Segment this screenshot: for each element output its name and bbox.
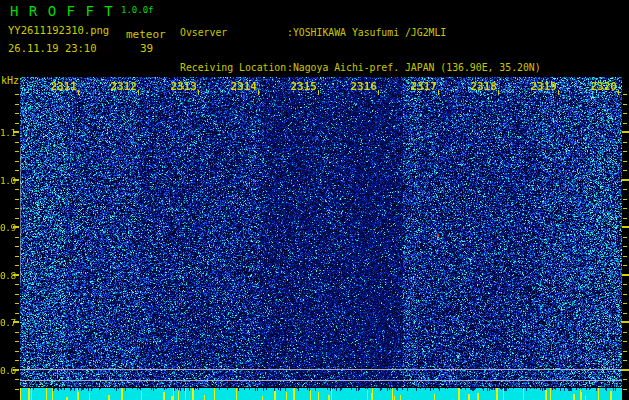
freq-minor-tick-right: [623, 123, 627, 124]
freq-minor-tick-left: [15, 379, 19, 380]
freq-minor-tick-left: [15, 151, 19, 152]
freq-minor-tick-right: [623, 256, 627, 257]
freq-minor-tick-left: [15, 256, 19, 257]
freq-tick-label: 0.9: [0, 222, 13, 233]
signal-level-bar-canvas: [20, 388, 622, 400]
freq-major-tick-left: [13, 226, 19, 228]
freq-minor-tick-left: [15, 303, 19, 304]
freq-minor-tick-left: [15, 170, 19, 171]
freq-minor-tick-right: [623, 94, 627, 95]
time-tick-label: 2311: [49, 80, 77, 93]
freq-minor-tick-right: [623, 218, 627, 219]
freq-minor-tick-right: [623, 294, 627, 295]
time-tick-label: 2318: [469, 80, 497, 93]
freq-tick-label: 0.8: [0, 270, 13, 281]
freq-tick-label: 1.0: [0, 175, 13, 186]
freq-minor-tick-left: [15, 104, 19, 105]
time-tick: [318, 90, 319, 95]
freq-minor-tick-right: [623, 246, 627, 247]
output-filename: YY2611192310.png: [8, 24, 109, 36]
freq-minor-tick-right: [623, 351, 627, 352]
freq-minor-tick-right: [623, 161, 627, 162]
time-tick: [258, 90, 259, 95]
freq-minor-tick-left: [15, 237, 19, 238]
freq-minor-tick-left: [15, 208, 19, 209]
freq-major-tick-right: [622, 131, 629, 133]
echo-count: 39: [140, 42, 153, 55]
spectrogram-canvas: [20, 77, 622, 387]
freq-tick-label: 1.1: [0, 127, 13, 138]
freq-minor-tick-right: [623, 113, 627, 114]
freq-minor-tick-right: [623, 151, 627, 152]
hrofft-window: H R O F F T 1.0.0f YY2611192310.png mete…: [0, 0, 629, 400]
freq-minor-tick-right: [623, 284, 627, 285]
freq-minor-tick-left: [15, 123, 19, 124]
time-tick: [438, 90, 439, 95]
freq-minor-tick-right: [623, 332, 627, 333]
freq-minor-tick-right: [623, 379, 627, 380]
info-label: Ovserver: [180, 27, 287, 39]
freq-minor-tick-left: [15, 265, 19, 266]
time-tick-label: 2316: [349, 80, 377, 93]
time-tick-label: 2314: [229, 80, 257, 93]
time-tick-label: 2312: [109, 80, 137, 93]
freq-minor-tick-left: [15, 284, 19, 285]
time-tick: [618, 90, 619, 95]
time-tick-label: 2319: [529, 80, 557, 93]
freq-minor-tick-right: [623, 199, 627, 200]
capture-datetime: 26.11.19 23:10: [8, 42, 97, 54]
freq-minor-tick-right: [623, 303, 627, 304]
freq-major-tick-right: [622, 274, 629, 276]
freq-minor-tick-right: [623, 237, 627, 238]
freq-minor-tick-left: [15, 341, 19, 342]
freq-major-tick-right: [622, 179, 629, 181]
freq-minor-tick-right: [623, 208, 627, 209]
freq-minor-tick-right: [623, 265, 627, 266]
freq-major-tick-left: [13, 369, 19, 371]
freq-major-tick-left: [13, 321, 19, 323]
freq-minor-tick-right: [623, 389, 627, 390]
freq-minor-tick-left: [15, 360, 19, 361]
freq-major-tick-left: [13, 179, 19, 181]
freq-minor-tick-right: [623, 170, 627, 171]
freq-minor-tick-left: [15, 94, 19, 95]
freq-major-tick-left: [13, 131, 19, 133]
time-tick: [138, 90, 139, 95]
freq-tick-label: 0.7: [0, 317, 13, 328]
info-value: :YOSHIKAWA Yasufumi /JG2MLI: [287, 27, 446, 38]
freq-minor-tick-right: [623, 360, 627, 361]
freq-tick-label: 0.6: [0, 365, 13, 376]
time-tick: [378, 90, 379, 95]
freq-minor-tick-left: [15, 351, 19, 352]
freq-minor-tick-left: [15, 246, 19, 247]
freq-minor-tick-right: [623, 313, 627, 314]
freq-minor-tick-left: [15, 189, 19, 190]
freq-minor-tick-right: [623, 142, 627, 143]
freq-minor-tick-left: [15, 332, 19, 333]
time-tick-label: 2313: [169, 80, 197, 93]
time-tick-label: 2315: [289, 80, 317, 93]
info-value: :Nagoya Aichi-pref. JAPAN (136.90E, 35.2…: [287, 62, 541, 73]
freq-major-tick-right: [622, 321, 629, 323]
freq-minor-tick-left: [15, 389, 19, 390]
time-tick: [78, 90, 79, 95]
freq-axis-unit-label: kHz: [1, 75, 19, 86]
freq-major-tick-left: [13, 274, 19, 276]
app-version: 1.0.0f: [121, 5, 154, 15]
time-tick-label: 2320: [589, 80, 617, 93]
freq-minor-tick-left: [15, 161, 19, 162]
freq-minor-tick-left: [15, 142, 19, 143]
time-tick: [198, 90, 199, 95]
freq-minor-tick-left: [15, 199, 19, 200]
freq-major-tick-right: [622, 369, 629, 371]
freq-major-tick-right: [622, 226, 629, 228]
freq-minor-tick-left: [15, 218, 19, 219]
time-tick: [558, 90, 559, 95]
freq-minor-tick-left: [15, 294, 19, 295]
freq-minor-tick-right: [623, 341, 627, 342]
freq-minor-tick-right: [623, 104, 627, 105]
info-label: Receiving Location: [180, 62, 287, 74]
time-tick: [498, 90, 499, 95]
freq-minor-tick-left: [15, 113, 19, 114]
station-info-row: Ovserver:YOSHIKAWA Yasufumi /JG2MLI: [180, 27, 541, 39]
